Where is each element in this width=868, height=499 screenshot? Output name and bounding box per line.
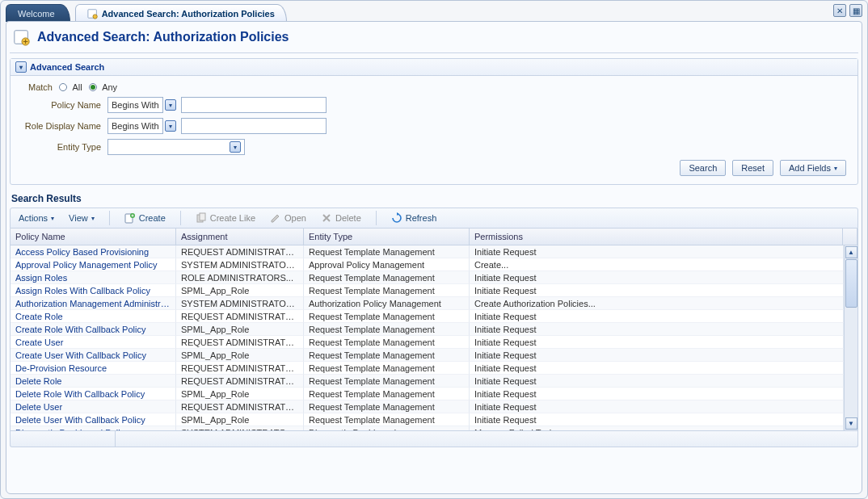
- actions-menu[interactable]: Actions▾: [15, 212, 57, 224]
- table-row[interactable]: Assign Roles With Callback PolicySPML_Ap…: [11, 284, 844, 297]
- cell-policy-name[interactable]: Delete User: [11, 400, 176, 413]
- cell-policy-name[interactable]: Delete User With Callback Policy: [11, 413, 176, 426]
- cell-assignment: REQUEST ADMINISTRATORS: [176, 375, 304, 388]
- table-row[interactable]: Delete RoleREQUEST ADMINISTRATORSRequest…: [11, 375, 844, 388]
- match-row: Match All Any: [19, 82, 849, 92]
- search-buttons: Search Reset Add Fields ▾: [19, 160, 849, 176]
- cell-policy-name[interactable]: Assign Roles: [11, 271, 176, 284]
- table-row[interactable]: Assign RolesROLE ADMINISTRATORS...Reques…: [11, 271, 844, 284]
- table-row[interactable]: Create Role With Callback PolicySPML_App…: [11, 323, 844, 336]
- cell-entity-type: Request Template Management: [304, 400, 470, 413]
- cell-policy-name[interactable]: Access Policy Based Provisioning: [11, 245, 176, 258]
- search-button[interactable]: Search: [680, 160, 726, 176]
- cell-entity-type: Request Template Management: [304, 310, 470, 323]
- separator: [109, 211, 110, 225]
- tab-advanced-search[interactable]: Advanced Search: Authorization Policies: [75, 4, 287, 22]
- advanced-search-panel: ▾ Advanced Search Match All Any Policy N…: [10, 58, 858, 185]
- view-menu[interactable]: View▾: [65, 212, 98, 224]
- results-toolbar: Actions▾ View▾ Create Create Like Open D…: [10, 208, 858, 229]
- col-scroll-gutter: [843, 229, 857, 245]
- scroll-down-icon[interactable]: ▼: [845, 417, 857, 430]
- table-row[interactable]: Delete Role With Callback PolicySPML_App…: [11, 388, 844, 400]
- col-permissions[interactable]: Permissions: [470, 229, 843, 245]
- cell-policy-name[interactable]: Create Role: [11, 310, 176, 323]
- cell-policy-name[interactable]: Delete Role With Callback Policy: [11, 388, 176, 400]
- add-fields-button[interactable]: Add Fields ▾: [780, 160, 846, 176]
- radio-any[interactable]: Any: [89, 82, 117, 92]
- table-row[interactable]: Delete User With Callback PolicySPML_App…: [11, 413, 844, 426]
- operator-value: Begins With: [112, 121, 159, 131]
- create-like-icon: [196, 212, 207, 224]
- vertical-scrollbar[interactable]: ▲ ▼: [844, 245, 857, 430]
- chevron-down-icon[interactable]: ▾: [165, 99, 176, 111]
- cell-policy-name[interactable]: Create Role With Callback Policy: [11, 323, 176, 336]
- scroll-thumb[interactable]: [845, 259, 857, 308]
- chevron-down-icon[interactable]: ▾: [165, 120, 176, 132]
- role-display-name-operator[interactable]: Begins With: [107, 118, 163, 134]
- table-row[interactable]: Create RoleREQUEST ADMINISTRATORSRequest…: [11, 310, 844, 323]
- reset-button[interactable]: Reset: [732, 160, 773, 176]
- field-label: Role Display Name: [19, 121, 107, 131]
- open-button[interactable]: Open: [267, 211, 310, 225]
- cell-permissions: Initiate Request: [470, 413, 844, 426]
- cell-policy-name[interactable]: Delete Role: [11, 375, 176, 388]
- col-assignment[interactable]: Assignment: [176, 229, 304, 245]
- table-row[interactable]: Delete UserREQUEST ADMINISTRATORSRequest…: [11, 400, 844, 413]
- refresh-button[interactable]: Refresh: [388, 211, 440, 225]
- results-column-header: Policy Name Assignment Entity Type Permi…: [10, 229, 858, 245]
- advanced-search-header[interactable]: ▾ Advanced Search: [11, 59, 857, 76]
- scroll-track[interactable]: [845, 308, 857, 417]
- page-title-row: Advanced Search: Authorization Policies: [10, 25, 858, 53]
- close-tab-icon[interactable]: ✕: [833, 4, 846, 17]
- cell-policy-name[interactable]: Approval Policy Management Policy: [11, 258, 176, 271]
- cell-entity-type: Diagnostic Dashboard: [304, 426, 470, 430]
- cell-policy-name[interactable]: Authorization Management Administration: [11, 297, 176, 310]
- policy-name-operator[interactable]: Begins With: [107, 97, 163, 113]
- cell-assignment: REQUEST ADMINISTRATORS: [176, 310, 304, 323]
- table-row[interactable]: Create User With Callback PolicySPML_App…: [11, 349, 844, 362]
- cell-policy-name[interactable]: De-Provision Resource: [11, 362, 176, 375]
- cell-assignment: REQUEST ADMINISTRATORS: [176, 400, 304, 413]
- cell-permissions: Manage Failed Tasks: [470, 426, 844, 430]
- table-row[interactable]: Access Policy Based ProvisioningREQUEST …: [11, 245, 844, 258]
- tab-welcome[interactable]: Welcome: [6, 4, 70, 22]
- cell-permissions: Initiate Request: [470, 323, 844, 336]
- role-display-name-input[interactable]: [181, 118, 327, 134]
- cell-policy-name[interactable]: Diagnostic Dashboard Policy: [11, 426, 176, 430]
- cell-policy-name[interactable]: Assign Roles With Callback Policy: [11, 284, 176, 297]
- delete-icon: [321, 212, 332, 224]
- results-title: Search Results: [11, 193, 857, 204]
- radio-all[interactable]: All: [59, 82, 82, 92]
- cell-permissions: Initiate Request: [470, 388, 844, 400]
- table-row[interactable]: Diagnostic Dashboard PolicySYSTEM ADMINI…: [11, 426, 844, 430]
- table-row[interactable]: De-Provision ResourceREQUEST ADMINISTRAT…: [11, 362, 844, 375]
- tab-list-icon[interactable]: ▦: [849, 4, 862, 17]
- cell-policy-name[interactable]: Create User With Callback Policy: [11, 349, 176, 362]
- col-entity-type[interactable]: Entity Type: [304, 229, 470, 245]
- create-like-button[interactable]: Create Like: [192, 211, 259, 225]
- scroll-up-icon[interactable]: ▲: [845, 246, 857, 258]
- cell-entity-type: Request Template Management: [304, 336, 470, 349]
- tab-bar: Welcome Advanced Search: Authorization P…: [6, 4, 862, 22]
- refresh-icon: [391, 212, 402, 224]
- results-grid: Access Policy Based ProvisioningREQUEST …: [10, 245, 858, 431]
- policy-name-input[interactable]: [181, 97, 327, 113]
- cell-permissions: Initiate Request: [470, 271, 844, 284]
- entity-type-select[interactable]: ▾: [107, 139, 245, 155]
- table-row[interactable]: Authorization Management AdministrationS…: [11, 297, 844, 310]
- cell-policy-name[interactable]: Create User: [11, 336, 176, 349]
- table-row[interactable]: Approval Policy Management PolicySYSTEM …: [11, 258, 844, 271]
- svg-point-1: [93, 14, 97, 18]
- radio-icon: [59, 83, 67, 91]
- cell-assignment: SPML_App_Role: [176, 349, 304, 362]
- panel-title: Advanced Search: [30, 62, 104, 72]
- delete-button[interactable]: Delete: [318, 211, 364, 225]
- cell-entity-type: Request Template Management: [304, 323, 470, 336]
- create-button[interactable]: Create: [121, 211, 169, 225]
- table-row[interactable]: Create UserREQUEST ADMINISTRATORSRequest…: [11, 336, 844, 349]
- entity-type-row: Entity Type ▾: [19, 139, 849, 155]
- collapse-icon[interactable]: ▾: [15, 61, 27, 73]
- role-display-name-row: Role Display Name Begins With ▾: [19, 118, 849, 134]
- results-grid-body[interactable]: Access Policy Based ProvisioningREQUEST …: [11, 245, 844, 430]
- col-policy-name[interactable]: Policy Name: [11, 229, 176, 245]
